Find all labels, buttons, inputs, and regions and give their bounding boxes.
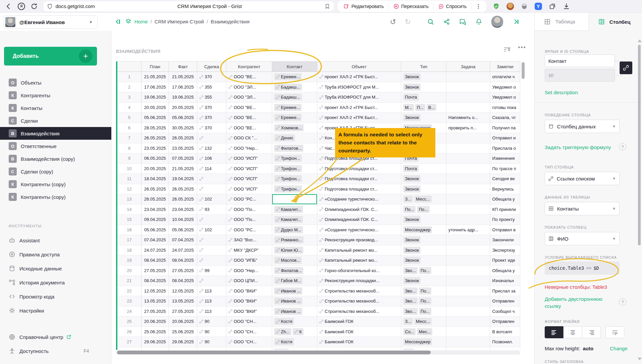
reference-chip[interactable]: Почта (403, 165, 419, 172)
cell-object[interactable]: Горно-обогатительный ко... (317, 266, 401, 276)
row-number-cell[interactable]: 14 (116, 205, 141, 215)
cell-fact[interactable]: 07.05.2025 (169, 153, 197, 164)
column-header-1[interactable]: План (141, 62, 169, 72)
panel-scroll-up-icon[interactable] (638, 39, 642, 42)
retell-button[interactable]: Пересказать (389, 2, 434, 10)
cell-plan[interactable]: 19.06.2025 (141, 92, 169, 103)
cell-task[interactable] (446, 235, 490, 245)
cell-object[interactable]: Труба ИЗОФРОСТ для М... (317, 92, 401, 103)
two-way-help-icon[interactable]: ? (619, 298, 626, 306)
cell-contact[interactable]: К... (272, 347, 317, 350)
show-column-select[interactable]: ФИО▼ (545, 232, 620, 245)
cell-note[interactable]: Изначальн (490, 276, 520, 286)
reference-chip[interactable]: Камалет... (274, 216, 303, 223)
cell-task[interactable] (446, 255, 490, 266)
cell-type[interactable]: Звонок (401, 82, 446, 93)
cell-fact[interactable]: 19.06.2025 (169, 92, 197, 103)
column-header-8[interactable]: Задача (446, 62, 490, 72)
cell-contact[interactable]: Иванов ... (272, 307, 317, 317)
cell-task[interactable] (446, 184, 490, 195)
cell-deal[interactable] (197, 133, 226, 143)
cell-contact[interactable]: Костя (272, 317, 317, 327)
cell-contact[interactable]: Костя (272, 337, 317, 347)
reference-chip[interactable]: Звонок (403, 84, 421, 91)
reference-chip[interactable]: Месс... (414, 196, 432, 203)
cell-object[interactable]: проект ХАЛ-2 «ГРК Быст... (317, 113, 401, 123)
cell-type[interactable]: Звонок (401, 215, 446, 225)
reference-chip[interactable]: Иванов ... (274, 287, 302, 294)
reference-chip[interactable]: Трифон... (274, 186, 302, 193)
row-number-cell[interactable]: 20 (116, 266, 141, 276)
bookmark-icon[interactable] (324, 3, 330, 9)
sidebar-footer-access[interactable]: ДоступностьF4 (0, 344, 111, 358)
cell-plan[interactable]: 23.04.2025 (141, 205, 169, 215)
cell-fact[interactable]: 05.06.2025 (169, 225, 197, 235)
reference-chip[interactable]: Звонок (403, 114, 421, 121)
reference-chip[interactable]: Звонок (403, 216, 421, 223)
cell-fact[interactable]: 25.06.2025 (169, 327, 197, 337)
change-row-height-link[interactable]: Change (610, 346, 628, 351)
cell-note[interactable]: Уведомил о (490, 92, 520, 103)
cell-object[interactable]: «Создание туристическо... (317, 225, 401, 235)
cell-object[interactable]: Труба ИЗОФРОСТ для М... (317, 82, 401, 93)
cell-contact-selected[interactable] (272, 194, 317, 205)
cell-fact[interactable]: 23.05.2025 (169, 143, 197, 154)
reference-chip[interactable]: Еремее... (274, 73, 302, 80)
cell-contact[interactable]: Денис (272, 133, 317, 143)
cell-fact[interactable]: 13.05.2025 (169, 296, 197, 307)
undo-icon[interactable]: ↺ (390, 18, 396, 26)
cell-task[interactable] (446, 347, 490, 350)
cell-fact[interactable]: 05.06.2025 (169, 113, 197, 123)
cell-plan[interactable]: 30.06.2025 (141, 347, 169, 350)
cell-task[interactable] (446, 317, 490, 327)
reference-chip[interactable]: К... (274, 349, 289, 350)
cell-type[interactable]: Почта (401, 164, 446, 174)
cell-contact[interactable]: Еремее... (272, 72, 317, 82)
cell-deal[interactable]: 90 (197, 337, 226, 347)
cell-deal[interactable]: 99 (197, 266, 226, 276)
cell-fact[interactable]: 26.05.2025 (169, 133, 197, 143)
cell-object[interactable]: проект ХАЛ-2 «ГРК Быст... (317, 103, 401, 113)
reference-chip[interactable]: Мес... (417, 328, 432, 335)
row-number-cell[interactable]: 16 (116, 225, 141, 235)
column-header-4[interactable]: Контрагент (226, 62, 272, 72)
cell-counterparty[interactable]: ООО "СН... (226, 347, 272, 350)
reference-chip[interactable]: Со... (403, 328, 416, 335)
dropdown-condition-code[interactable]: choice.Table3 == $D (545, 261, 620, 275)
cell-note[interactable]: По трассе п (490, 164, 520, 174)
cell-fact[interactable]: 08.04.2025 (169, 276, 197, 286)
cell-object[interactable]: Капитальный ремонт мо... (317, 255, 401, 266)
sort-filter-icon[interactable] (503, 45, 511, 53)
row-number-cell[interactable]: 7 (116, 133, 141, 143)
cell-type[interactable]: По...По... (401, 205, 446, 215)
reference-chip[interactable]: Маслов... (274, 257, 302, 264)
sidebar-table-item[interactable]: ООтветственные (0, 140, 111, 152)
reference-chip[interactable]: Еремее... (274, 114, 302, 121)
collapse-left-panel-icon[interactable] (114, 18, 121, 25)
browser-menu-icon[interactable]: ⋮ (472, 3, 485, 9)
cell-fact[interactable]: 21.05.2025 (169, 72, 197, 82)
profile-avatar[interactable] (491, 16, 503, 28)
search-icon[interactable] (427, 18, 434, 25)
column-id-input[interactable]: $D (545, 69, 615, 82)
row-number-cell[interactable]: 3 (116, 92, 141, 103)
reference-chip[interactable]: По... (419, 308, 431, 315)
cell-task[interactable] (446, 215, 490, 225)
cell-object[interactable]: Подготовка площадки ст... (317, 164, 401, 174)
cell-object[interactable]: Строительство механооб... (317, 296, 401, 307)
cell-counterparty[interactable]: ООО "Нер... (226, 266, 272, 276)
row-number-cell[interactable]: 6 (116, 123, 141, 133)
cell-plan[interactable]: 12.05.2025 (141, 286, 169, 296)
cell-task[interactable]: проверить п... (446, 123, 490, 133)
cell-task[interactable] (446, 174, 490, 184)
cell-note[interactable]: Прислала о (490, 143, 520, 154)
cell-note[interactable]: В вотсапп (490, 327, 520, 337)
cell-plan[interactable]: 28.05.2025 (141, 123, 169, 133)
cell-counterparty[interactable]: ООО "ИСП" (226, 184, 272, 195)
cell-deal[interactable]: 90 (197, 327, 226, 337)
sidebar-table-item[interactable]: ККонтрагенты (0, 89, 111, 102)
cell-plan[interactable]: 17.06.2025 (141, 82, 169, 93)
yandex-menu-icon[interactable]: Я (17, 2, 25, 10)
cell-plan[interactable]: 26.05.2025 (141, 194, 169, 205)
cell-type[interactable]: Зво...По... (401, 266, 446, 276)
